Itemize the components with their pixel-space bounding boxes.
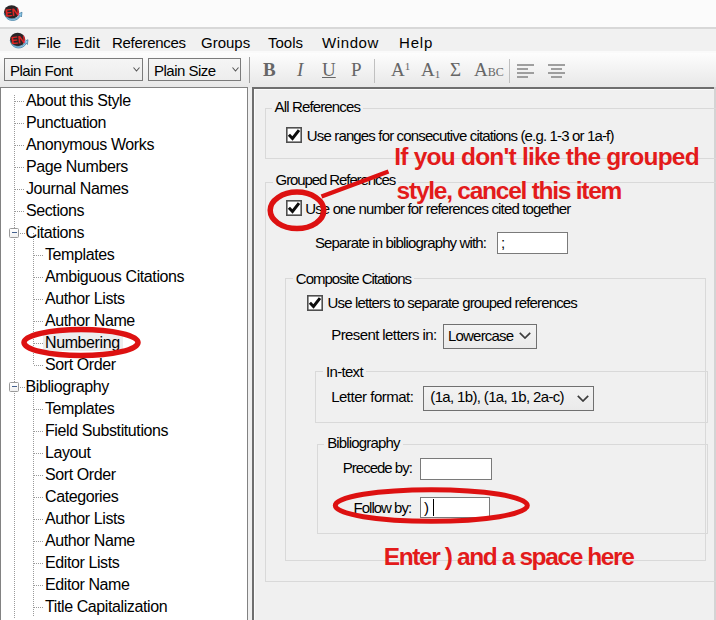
svg-text:EN: EN — [10, 33, 26, 46]
svg-text:EN: EN — [4, 5, 20, 18]
